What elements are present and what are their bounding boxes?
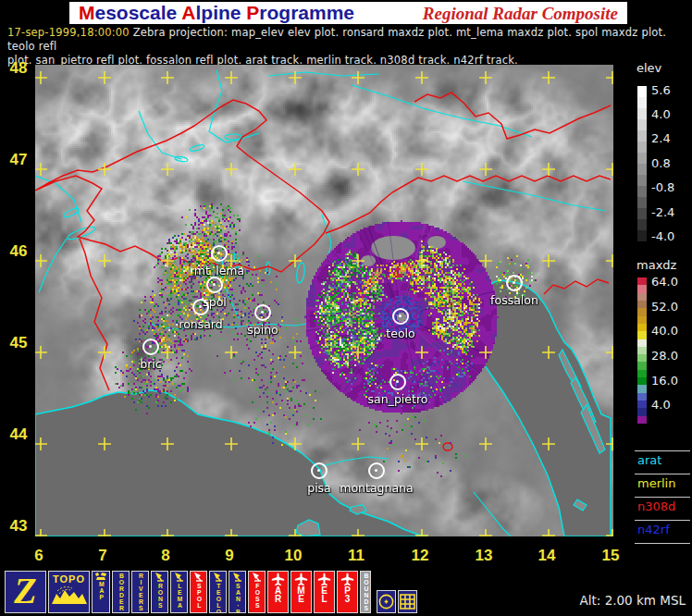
elev-swatch-label: 0.8 xyxy=(651,157,671,170)
elev-swatch xyxy=(637,86,647,97)
toolbar-button-teolo[interactable]: TEOLO xyxy=(209,571,227,613)
maxdz-swatch-label: 64.0 xyxy=(651,276,678,289)
timestamp: 17-sep-1999,18:00:00 xyxy=(7,26,130,39)
maxdz-swatch xyxy=(637,385,647,392)
toolbar-button-p3[interactable]: P3 xyxy=(337,571,358,613)
maxdz-swatch xyxy=(637,285,647,292)
status-bar: 17-sep-1999,18:00:00 Zebra projection: m… xyxy=(7,26,688,68)
maxdz-swatch xyxy=(637,308,647,315)
airplane-icon xyxy=(271,573,285,586)
toolbar-button-z[interactable]: Z xyxy=(5,571,46,613)
station-label-bric: bric xyxy=(100,357,202,371)
lon-axis-label: 12 xyxy=(406,547,434,565)
mountains-icon xyxy=(52,585,87,604)
track-separator xyxy=(635,497,690,498)
map-icon xyxy=(94,573,107,580)
maxdz-swatch xyxy=(637,408,647,415)
elev-swatch xyxy=(637,186,647,197)
toolbar-button-sanp[interactable]: SAN·P xyxy=(229,571,246,613)
toolbar-button-scope[interactable] xyxy=(377,590,396,613)
lon-axis-label: 9 xyxy=(216,547,243,565)
station-label-mt_lema: mt_lema xyxy=(168,264,270,277)
toolbar-button-rons[interactable]: RONS xyxy=(151,571,168,613)
station-dot xyxy=(199,305,202,308)
station-dot xyxy=(513,281,515,284)
radar-dish-icon xyxy=(252,573,262,582)
title-box: Mesoscale Alpine Programme Regional Rada… xyxy=(69,2,627,24)
title-word: rogramme xyxy=(259,2,354,23)
maxdz-swatch-label: 4.0 xyxy=(651,399,671,412)
elev-swatch xyxy=(637,97,647,108)
elev-swatch-label: 2.4 xyxy=(651,132,671,145)
app-title: Mesoscale Alpine Programme xyxy=(79,2,354,24)
track-label-n42rf: n42rf xyxy=(637,523,670,536)
lon-axis-label: 8 xyxy=(152,547,179,565)
toolbar-button-label: P3 xyxy=(344,586,351,603)
station-marker-fossalon xyxy=(506,275,523,291)
lon-axis-label: 10 xyxy=(279,547,307,565)
toolbar-button-lema[interactable]: LEMA xyxy=(170,571,188,613)
toolbar-button-borders[interactable]: BORDERS xyxy=(112,571,130,613)
toolbar-button-me[interactable]: ME xyxy=(290,571,312,613)
lat-axis-label: 47 xyxy=(5,151,32,169)
elev-swatch xyxy=(637,119,647,130)
toolbar-button-label: TEOLO xyxy=(215,583,221,613)
elev-swatch xyxy=(637,197,647,208)
elev-colorbar xyxy=(637,86,647,241)
radar-dish-icon xyxy=(213,573,223,582)
elev-swatch xyxy=(637,230,647,241)
maxdz-swatch-label: 28.0 xyxy=(651,350,678,363)
station-marker-spino xyxy=(254,304,271,321)
toolbar-button-ar[interactable]: AR xyxy=(267,571,289,613)
toolbar-button-rivers[interactable]: RIVERS xyxy=(131,571,149,613)
elev-swatch xyxy=(637,208,647,219)
station-dot xyxy=(396,380,399,383)
toolbar-button-label: ME xyxy=(297,586,304,603)
toolbar-button-grid[interactable] xyxy=(398,590,417,613)
app-subtitle: Regional Radar Composite xyxy=(423,2,618,24)
maxdz-swatch xyxy=(637,347,647,354)
maxdz-swatch xyxy=(637,393,647,400)
lat-axis-label: 46 xyxy=(5,242,32,261)
lat-axis-label: 43 xyxy=(5,517,32,536)
lon-axis-label: 11 xyxy=(342,547,370,565)
toolbar-button-el[interactable]: EL xyxy=(314,571,335,613)
lat-axis-label: 45 xyxy=(5,334,32,352)
maxdz-colorbar-title: maxdz xyxy=(636,258,676,272)
station-marker-pisa xyxy=(311,462,327,479)
toolbar: ZTOPOMAPBORDERSRIVERSRONSLEMASPOLTEOLOSA… xyxy=(5,571,417,613)
elev-swatch-label: 4.0 xyxy=(651,108,671,121)
maxdz-swatch-label: 52.0 xyxy=(651,301,678,314)
track-separator xyxy=(635,520,690,521)
elev-swatch xyxy=(637,175,647,186)
title-word: lpine xyxy=(195,2,246,23)
maxdz-swatch xyxy=(637,354,647,362)
airplane-icon xyxy=(294,573,308,586)
station-dot xyxy=(375,469,377,472)
station-label-teolo: teolo xyxy=(350,326,451,340)
toolbar-button-spol[interactable]: SPOL xyxy=(190,571,207,613)
maxdz-swatch xyxy=(637,316,647,324)
toolbar-button-label: EL xyxy=(321,586,327,603)
maxdz-swatch xyxy=(637,362,647,369)
toolbar-button-foss[interactable]: FOSS xyxy=(248,571,266,613)
radar-dish-icon xyxy=(154,573,165,582)
maxdz-swatch xyxy=(637,277,647,285)
maxdz-swatch-label: 40.0 xyxy=(651,325,678,338)
track-separator xyxy=(635,450,690,451)
toolbar-button-label: AR xyxy=(275,586,281,603)
elev-swatch-label: -2.4 xyxy=(651,206,674,219)
lon-axis-label: 14 xyxy=(533,547,561,565)
station-dot xyxy=(217,252,220,254)
range-ring-icon xyxy=(377,593,395,610)
toolbar-button-bounds[interactable]: BOUNDS xyxy=(360,571,371,613)
elev-swatch-label: -4.0 xyxy=(651,230,674,243)
elev-swatch xyxy=(637,219,647,230)
toolbar-button-map[interactable]: MAP xyxy=(92,571,110,613)
toolbar-button-topo[interactable]: TOPO xyxy=(48,571,90,613)
toolbar-button-label: BORDERS xyxy=(117,573,124,613)
lon-axis-label: 6 xyxy=(25,547,53,565)
station-dot xyxy=(213,283,216,286)
status-line-1: 17-sep-1999,18:00:00 Zebra projection: m… xyxy=(7,26,688,54)
maxdz-swatch xyxy=(637,293,647,301)
